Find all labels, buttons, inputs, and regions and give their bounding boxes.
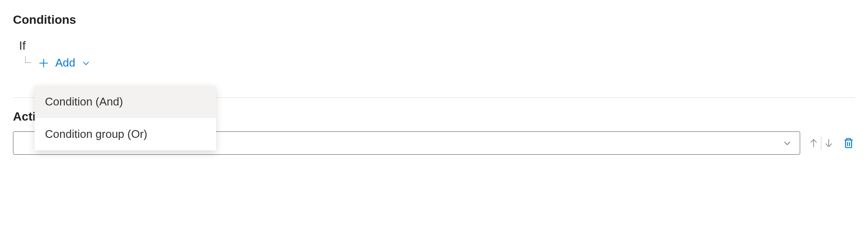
menu-item-condition-group-or[interactable]: Condition group (Or) (35, 118, 216, 150)
tree-branch-icon (23, 59, 32, 67)
conditions-heading: Conditions (13, 13, 855, 27)
plus-icon (38, 57, 49, 69)
menu-item-condition-and[interactable]: Condition (And) (35, 86, 216, 118)
add-condition-menu: Condition (And) Condition group (Or) (35, 86, 216, 150)
add-label: Add (55, 56, 75, 70)
move-up-button[interactable] (807, 137, 820, 150)
delete-button[interactable] (842, 137, 855, 150)
if-label: If (19, 39, 855, 53)
chevron-down-icon (81, 58, 91, 68)
reorder-controls (807, 137, 835, 150)
separator-icon (821, 137, 821, 150)
add-condition-button[interactable]: Add (23, 55, 91, 70)
if-block: If Add (19, 39, 855, 70)
chevron-down-icon (782, 138, 792, 148)
move-down-button[interactable] (822, 137, 835, 150)
